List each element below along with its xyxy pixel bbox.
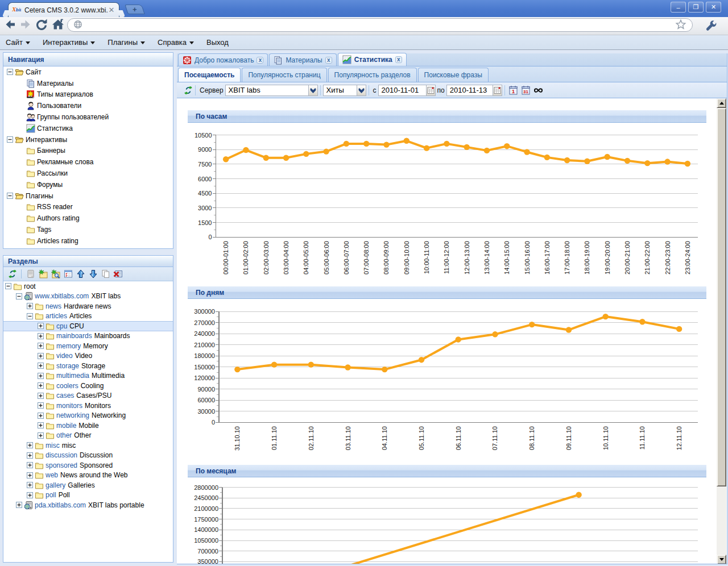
menu-item-4[interactable]: Справка	[158, 38, 194, 47]
home-button[interactable]	[51, 18, 65, 31]
nav-item--[interactable]: Рекламные слова	[3, 156, 173, 168]
scroll-up-button[interactable]	[717, 98, 726, 108]
expand-icon[interactable]	[38, 422, 44, 428]
refresh-button[interactable]	[7, 269, 17, 278]
section-item-articles[interactable]: articlesArticles	[3, 311, 173, 322]
nav-item--[interactable]: Интерактивы	[3, 134, 173, 145]
section-item-storage[interactable]: storageStorage	[3, 361, 173, 371]
nav-item--[interactable]: Пользователи	[3, 100, 173, 111]
expand-icon[interactable]	[16, 502, 22, 508]
section-item-coolers[interactable]: coolersCooling	[3, 381, 173, 391]
section-item-www-xbitlabs-com[interactable]: www.xbitlabs.comXBIT labs	[3, 292, 173, 302]
infinity-button[interactable]	[534, 85, 543, 95]
section-item-multimedia[interactable]: multimediaMultimedia	[3, 371, 173, 381]
date-to-picker-trigger[interactable]	[493, 85, 502, 96]
expand-icon[interactable]	[27, 452, 33, 459]
section-item-sponsored[interactable]: sponsoredSponsored	[3, 460, 173, 471]
expand-icon[interactable]	[27, 442, 33, 448]
expand-icon[interactable]	[27, 492, 33, 498]
date-from-picker-trigger[interactable]	[426, 85, 436, 96]
section-item-gallery[interactable]: galleryGalleries	[3, 480, 173, 490]
nav-item--[interactable]: Группы пользователей	[3, 111, 173, 123]
nav-item--[interactable]: Типы материалов	[3, 89, 173, 101]
nav-item-authors-rating[interactable]: Authors rating	[3, 213, 173, 224]
expand-icon[interactable]	[38, 402, 44, 409]
expand-icon[interactable]	[38, 432, 44, 439]
address-bar[interactable]	[67, 18, 693, 32]
scrollbar-thumb[interactable]	[717, 108, 726, 486]
expand-icon[interactable]	[38, 373, 44, 379]
metric-select-trigger[interactable]	[357, 85, 366, 96]
nav-item--[interactable]: Форумы	[3, 179, 173, 190]
menu-item-5[interactable]: Выход	[206, 38, 229, 47]
collapse-icon[interactable]	[5, 283, 11, 289]
section-item-discussion[interactable]: discussionDiscussion	[3, 451, 173, 461]
collapse-icon[interactable]	[7, 136, 13, 143]
tab-close-icon[interactable]: x	[395, 56, 402, 63]
window-close-button[interactable]: ✕	[706, 2, 721, 13]
move-down-button[interactable]	[88, 269, 98, 278]
menu-item-1[interactable]: Сайт	[6, 38, 30, 47]
section-item-memory[interactable]: memoryMemory	[3, 341, 173, 351]
vertical-scrollbar[interactable]	[717, 98, 726, 564]
window-maximize-button[interactable]: ❐	[688, 2, 704, 13]
expand-icon[interactable]	[38, 413, 44, 419]
move-up-button[interactable]	[76, 269, 85, 278]
add-search-section-button[interactable]	[51, 269, 60, 278]
nav-item--[interactable]: Рассылки	[3, 168, 173, 179]
section-item-poll[interactable]: pollPoll	[3, 490, 173, 501]
nav-item--[interactable]: Материалы	[3, 78, 173, 89]
section-item-monitors[interactable]: monitorsMonitors	[3, 401, 173, 411]
section-item-video[interactable]: videoVideo	[3, 351, 173, 361]
nav-item--[interactable]: Баннеры	[3, 145, 173, 157]
nav-item--[interactable]: Сайт	[3, 66, 173, 78]
server-select-trigger[interactable]	[308, 85, 318, 96]
section-item-mainboards[interactable]: mainboardsMainboards	[3, 331, 173, 342]
expand-icon[interactable]	[38, 343, 44, 349]
new-tab-button[interactable]: +	[125, 5, 145, 14]
section-item-cases[interactable]: casesCases/PSU	[3, 391, 173, 401]
server-select[interactable]: XBIT labs	[225, 85, 308, 96]
collapse-icon[interactable]	[27, 313, 33, 319]
subtab-1[interactable]: Посещаемость	[178, 68, 241, 82]
server-button[interactable]	[26, 269, 35, 278]
date-from-input[interactable]: 2010-11-01	[378, 85, 426, 96]
section-item-news[interactable]: newsHardware news	[3, 301, 173, 311]
tab-close-icon[interactable]: ✕	[107, 6, 115, 14]
nav-item--[interactable]: Плагины	[3, 190, 173, 202]
expand-icon[interactable]	[38, 382, 44, 389]
tab-1[interactable]: Добро пожаловатьx	[178, 53, 268, 66]
browser-tab[interactable]: Xbit Cetera CMS 3.0.2 www.xbi... ✕	[8, 2, 119, 17]
section-item-misc[interactable]: miscmisc	[3, 440, 173, 451]
back-button[interactable]	[3, 18, 17, 31]
collapse-icon[interactable]	[7, 69, 13, 75]
subtab-4[interactable]: Поисковые фразы	[418, 68, 489, 82]
forward-button[interactable]	[19, 18, 32, 31]
window-minimize-button[interactable]: –	[671, 2, 686, 13]
section-item-pda-xbitlabs-com[interactable]: pda.xbitlabs.comXBIT labs portable	[3, 500, 173, 510]
calendar-day-button[interactable]: 1	[509, 85, 518, 95]
nav-item-tags[interactable]: Tags	[3, 224, 173, 235]
scroll-down-button[interactable]	[717, 555, 726, 564]
expand-icon[interactable]	[27, 462, 33, 468]
expand-icon[interactable]	[27, 303, 33, 309]
subtab-3[interactable]: Популярность разделов	[328, 68, 417, 82]
nav-item-rss-reader[interactable]: RSS reader	[3, 202, 173, 213]
properties-button[interactable]	[63, 269, 73, 278]
nav-item--[interactable]: Статистика	[3, 123, 173, 134]
tab-2[interactable]: Материалыx	[269, 53, 336, 66]
nav-item-articles-rating[interactable]: Articles rating	[3, 235, 173, 247]
refresh-icon[interactable]	[183, 86, 193, 95]
tab-close-icon[interactable]: x	[325, 57, 332, 64]
section-item-other[interactable]: otherOther	[3, 431, 173, 441]
section-item-root[interactable]: root	[3, 281, 173, 292]
menu-item-3[interactable]: Плагины	[107, 38, 145, 47]
collapse-icon[interactable]	[7, 193, 13, 199]
wrench-menu-icon[interactable]	[705, 20, 719, 34]
reload-button[interactable]	[35, 18, 48, 31]
expand-icon[interactable]	[38, 333, 44, 339]
tab-3[interactable]: Статистикаx	[338, 53, 407, 66]
section-item-mobile[interactable]: mobileMobile	[3, 421, 173, 431]
expand-icon[interactable]	[38, 323, 44, 329]
section-item-networking[interactable]: networkingNetworking	[3, 411, 173, 421]
